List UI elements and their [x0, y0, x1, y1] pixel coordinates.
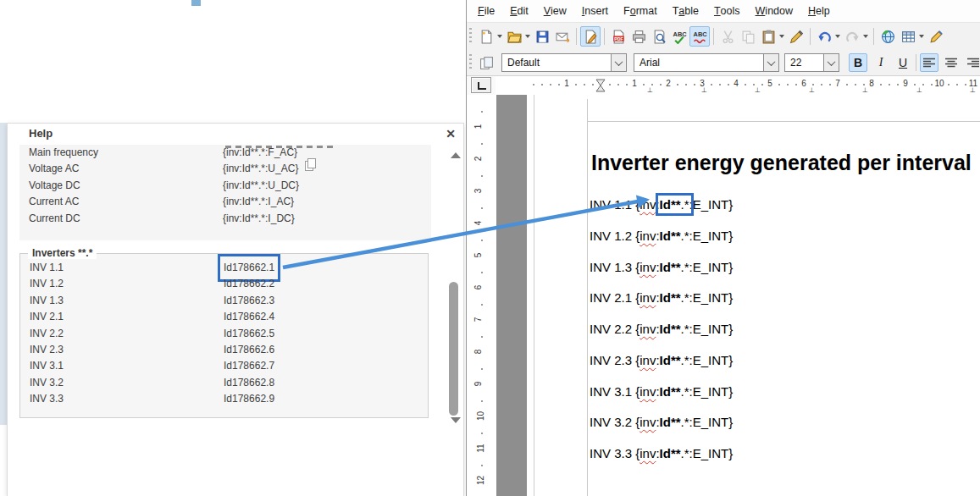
- scroll-up-icon[interactable]: [451, 152, 461, 158]
- ruler-tick: [626, 84, 628, 85]
- edit-file-button[interactable]: [580, 26, 601, 47]
- copy-icon[interactable]: [305, 161, 313, 171]
- misspelled-word: inv: [639, 446, 656, 460]
- bold-button[interactable]: B: [849, 53, 867, 72]
- document-line[interactable]: INV 3.1 {inv:Id**.*:E_INT}: [590, 383, 733, 400]
- document-line[interactable]: INV 3.2 {inv:Id**.*:E_INT}: [590, 414, 733, 431]
- help-field-row[interactable]: Current DC{inv:Id**.*:I_DC}: [19, 211, 431, 227]
- undo-dropdown-icon[interactable]: [835, 35, 840, 38]
- ruler-tick: [533, 84, 534, 85]
- hyperlink-button[interactable]: [878, 26, 898, 47]
- menu-item-table[interactable]: Table: [665, 0, 706, 22]
- italic-button[interactable]: I: [872, 53, 890, 72]
- menu-item-view[interactable]: View: [536, 0, 574, 22]
- help-field-row[interactable]: Voltage AC{inv:Id**.*:U_AC}: [19, 161, 431, 177]
- new-document-button[interactable]: [476, 26, 496, 47]
- document-line[interactable]: INV 3.3 {inv:Id**.*:E_INT}: [590, 445, 733, 462]
- font-size-combo[interactable]: 22: [784, 53, 839, 72]
- document-line[interactable]: INV 1.2 {inv:Id**.*:E_INT}: [590, 228, 733, 245]
- open-dropdown-icon[interactable]: [525, 35, 530, 38]
- toolbar-separator: [713, 28, 714, 45]
- export-pdf-button[interactable]: PDF: [608, 26, 628, 47]
- auto-spellcheck-button[interactable]: ABC: [689, 26, 710, 47]
- cut-button[interactable]: [717, 26, 738, 47]
- inverter-row[interactable]: INV 3.2Id178662.8: [20, 375, 428, 391]
- toolbar-grip[interactable]: [469, 28, 472, 45]
- ruler-row: 1123456789101112⊥⊥⊥⊥⊥⊥⊥: [467, 76, 980, 95]
- ruler-tick: [481, 175, 483, 177]
- align-right-button[interactable]: [964, 53, 980, 72]
- menu-item-tools[interactable]: Tools: [706, 0, 748, 22]
- copy-button[interactable]: [738, 26, 758, 47]
- font-size-dropdown-icon[interactable]: [823, 54, 839, 71]
- inverter-id-value: Id178662.3: [224, 293, 274, 309]
- redo-dropdown-icon[interactable]: [863, 35, 868, 38]
- menu-item-format[interactable]: Format: [616, 0, 665, 22]
- align-center-button[interactable]: [942, 53, 961, 72]
- menu-item-edit[interactable]: Edit: [502, 0, 536, 22]
- inverter-row[interactable]: INV 2.2Id178662.5: [20, 326, 428, 342]
- redo-button[interactable]: [842, 26, 862, 47]
- inverter-row[interactable]: INV 1.3Id178662.3: [20, 293, 428, 309]
- undo-button[interactable]: [814, 26, 834, 47]
- menu-item-insert[interactable]: Insert: [574, 0, 616, 22]
- indent-marker-icon[interactable]: [595, 79, 606, 96]
- help-field-row[interactable]: Current AC{inv:Id**.*:I_AC}: [19, 194, 431, 210]
- font-name-dropdown-icon[interactable]: [763, 54, 778, 71]
- menu-item-window[interactable]: Window: [748, 0, 800, 22]
- ruler-tick: [956, 84, 958, 85]
- draw-functions-button[interactable]: [926, 26, 946, 47]
- page-preview-button[interactable]: [649, 26, 669, 47]
- tab-type-selector[interactable]: [471, 77, 491, 93]
- spelling-button[interactable]: ABC: [669, 26, 689, 47]
- paragraph-style-dropdown-icon[interactable]: [611, 54, 626, 71]
- align-left-button[interactable]: [920, 53, 938, 72]
- save-button[interactable]: [532, 26, 552, 47]
- ruler-tick: [846, 84, 848, 85]
- styles-button[interactable]: [476, 52, 496, 73]
- inverter-row[interactable]: INV 1.1Id178662.1: [20, 260, 428, 276]
- print-button[interactable]: [628, 26, 649, 47]
- paragraph-style-combo[interactable]: Default: [501, 53, 627, 72]
- paste-button[interactable]: [758, 26, 778, 47]
- table-dropdown-icon[interactable]: [919, 35, 924, 38]
- document-line[interactable]: INV 1.1 {inv:Id**.*:E_INT}: [590, 196, 733, 213]
- menu-item-help[interactable]: Help: [800, 0, 838, 22]
- vertical-ruler[interactable]: 123456789101112: [469, 95, 496, 496]
- inverter-row[interactable]: INV 2.1Id178662.4: [20, 309, 428, 325]
- text-boundary-horizontal: [587, 121, 980, 122]
- inverter-row[interactable]: INV 3.3Id178662.9: [20, 391, 428, 407]
- inverter-row[interactable]: INV 2.3Id178662.6: [20, 342, 428, 358]
- inverter-row[interactable]: INV 1.2Id178662.2: [20, 276, 428, 292]
- placeholder-id: Id**.*: [660, 229, 689, 243]
- scrollbar-thumb[interactable]: [449, 282, 458, 416]
- document-line[interactable]: INV 2.2 {inv:Id**.*:E_INT}: [590, 321, 733, 338]
- underline-button[interactable]: U: [894, 53, 912, 72]
- field-code: {inv:Id**.*:U_DC}: [223, 178, 299, 194]
- inverter-id-value: Id178662.5: [224, 326, 274, 342]
- document-line[interactable]: INV 1.3 {inv:Id**.*:E_INT}: [590, 259, 733, 276]
- close-icon[interactable]: ✕: [443, 126, 458, 141]
- ruler-number: 7: [473, 317, 483, 322]
- ruler-tick: [948, 84, 950, 85]
- align-center-icon: [945, 58, 958, 69]
- toolbar-grip[interactable]: [469, 54, 472, 71]
- scroll-down-icon[interactable]: [451, 417, 461, 423]
- menu-bar: FileEditViewInsertFormatTableToolsWindow…: [467, 0, 980, 22]
- new-document-dropdown-icon[interactable]: [497, 35, 502, 38]
- inverter-row[interactable]: INV 3.1Id178662.7: [20, 358, 428, 374]
- clone-formatting-button[interactable]: [786, 26, 806, 47]
- document-line[interactable]: INV 2.1 {inv:Id**.*:E_INT}: [590, 289, 733, 306]
- horizontal-ruler[interactable]: 1123456789101112⊥⊥⊥⊥⊥⊥⊥: [496, 76, 980, 95]
- font-name-combo[interactable]: Arial: [634, 53, 779, 72]
- svg-text:PDF: PDF: [614, 36, 623, 41]
- help-field-row[interactable]: Voltage DC{inv:Id**.*:U_DC}: [19, 178, 431, 194]
- menu-item-file[interactable]: File: [470, 0, 502, 22]
- email-button[interactable]: [552, 26, 573, 47]
- document-line[interactable]: INV 2.3 {inv:Id**.*:E_INT}: [590, 352, 733, 369]
- misspelled-word: inv: [639, 290, 656, 305]
- open-button[interactable]: [504, 26, 524, 47]
- table-button[interactable]: [898, 26, 918, 47]
- ruler-tick: [965, 84, 966, 85]
- paste-dropdown-icon[interactable]: [779, 35, 784, 38]
